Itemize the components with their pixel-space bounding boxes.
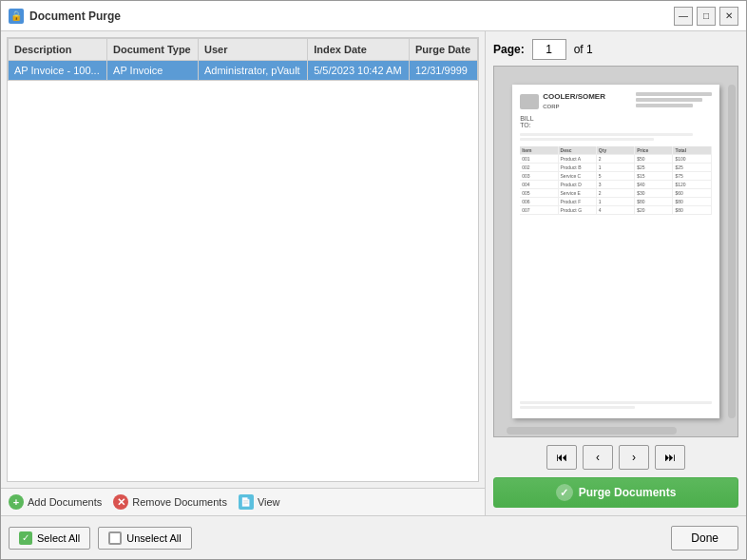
page-input[interactable]: [532, 39, 566, 60]
view-button[interactable]: 📄 View: [239, 494, 280, 510]
preview-horizontal-scrollbar[interactable]: [507, 427, 677, 434]
doc-preview-cell: $60: [673, 189, 711, 197]
unselect-all-icon: [108, 531, 122, 545]
window-title: Document Purge: [29, 10, 121, 23]
left-panel: Description Document Type User Index Dat…: [1, 31, 486, 515]
doc-preview-row: 003Service C5$15$75: [520, 172, 712, 181]
doc-preview-cell: $25: [635, 164, 673, 171]
remove-documents-button[interactable]: ✕ Remove Documents: [113, 494, 227, 510]
document-preview: COOLER/SOMERCORP BILLTO:: [493, 66, 738, 437]
document-table: Description Document Type User Index Dat…: [8, 38, 478, 81]
doc-preview-row: 001Product A2$50$100: [520, 155, 712, 164]
doc-preview-col3: Qty: [597, 146, 635, 154]
add-icon: +: [9, 494, 24, 510]
doc-address-lines: [520, 131, 712, 143]
main-content: Description Document Type User Index Dat…: [1, 31, 746, 515]
doc-preview-cell: 001: [520, 155, 558, 163]
view-icon: 📄: [239, 494, 254, 510]
add-documents-button[interactable]: + Add Documents: [9, 494, 102, 510]
select-all-icon: ✓: [19, 531, 32, 545]
table-cell-0: AP Invoice - 100...: [9, 61, 107, 81]
doc-info-line-3: [636, 104, 693, 107]
maximize-button[interactable]: □: [697, 7, 716, 26]
document-purge-window: 🔒 Document Purge — □ ✕ Description Docum…: [0, 0, 747, 560]
table-cell-2: Administrator, pVault: [199, 61, 308, 81]
last-page-button[interactable]: ⏭: [655, 445, 685, 470]
doc-preview-cell: 2: [597, 155, 635, 163]
remove-documents-label: Remove Documents: [132, 496, 227, 508]
doc-preview-cell: $120: [673, 181, 711, 188]
doc-preview-cell: 4: [597, 206, 635, 214]
unselect-all-label: Unselect All: [126, 532, 181, 544]
done-button[interactable]: Done: [671, 526, 738, 550]
prev-page-button[interactable]: ‹: [583, 445, 613, 470]
doc-footer-lines: [520, 399, 712, 411]
doc-info-line-1: [636, 92, 712, 96]
doc-preview-cell: 2: [597, 189, 635, 197]
doc-logo: COOLER/SOMERCORP: [520, 92, 605, 110]
col-index-date: Index Date: [308, 39, 410, 61]
table-cell-4: 12/31/9999: [409, 61, 477, 81]
doc-preview-col1: Item: [520, 146, 558, 154]
doc-preview-cell: $75: [673, 172, 711, 180]
doc-preview-cell: 5: [597, 172, 635, 180]
col-document-type: Document Type: [107, 39, 199, 61]
unselect-all-button[interactable]: Unselect All: [98, 527, 191, 550]
doc-info-right: [636, 92, 712, 110]
doc-preview-cell: Product B: [559, 164, 597, 171]
doc-preview-cell: $80: [635, 198, 673, 205]
doc-preview-cell: 007: [520, 206, 558, 214]
doc-preview-cell: Service C: [559, 172, 597, 180]
doc-preview-cell: 003: [520, 172, 558, 180]
doc-table-preview: Item Desc Qty Price Total 001Product A2$…: [520, 146, 712, 396]
doc-preview-cell: $15: [635, 172, 673, 180]
doc-preview-col2: Desc: [559, 146, 597, 154]
table-row[interactable]: AP Invoice - 100...AP InvoiceAdministrat…: [9, 61, 478, 81]
doc-preview-cell: Product D: [559, 181, 597, 188]
select-all-label: Select All: [37, 532, 80, 544]
doc-bill-to: BILLTO:: [520, 115, 712, 128]
doc-preview-cell: $80: [673, 198, 711, 205]
doc-preview-cell: 1: [597, 164, 635, 171]
title-bar-left: 🔒 Document Purge: [9, 9, 121, 24]
table-cell-1: AP Invoice: [107, 61, 199, 81]
page-label: Page:: [493, 43, 525, 56]
col-description: Description: [9, 39, 107, 61]
doc-preview-row: 006Product F1$80$80: [520, 198, 712, 206]
preview-vertical-scrollbar[interactable]: [728, 85, 736, 417]
purge-check-icon: ✓: [556, 484, 573, 501]
bottom-bar: ✓ Select All Unselect All Done: [1, 515, 746, 559]
doc-preview-row: 005Service E2$30$60: [520, 189, 712, 198]
doc-preview-row: 007Product G4$20$80: [520, 206, 712, 215]
title-bar: 🔒 Document Purge — □ ✕: [1, 1, 746, 31]
doc-preview-row: 002Product B1$25$25: [520, 164, 712, 172]
document-table-container[interactable]: Description Document Type User Index Dat…: [7, 37, 479, 482]
doc-preview-cell: 1: [597, 198, 635, 205]
doc-preview-cell: Product A: [559, 155, 597, 163]
page-bar: Page: of 1: [493, 39, 738, 60]
close-button[interactable]: ✕: [719, 7, 738, 26]
doc-info-line-2: [636, 98, 702, 102]
doc-preview-header: Item Desc Qty Price Total: [520, 146, 712, 155]
doc-preview-cell: 002: [520, 164, 558, 171]
next-page-button[interactable]: ›: [619, 445, 649, 470]
doc-preview-cell: $20: [635, 206, 673, 214]
doc-header: COOLER/SOMERCORP: [520, 92, 712, 110]
col-user: User: [199, 39, 308, 61]
doc-preview-cell: $50: [635, 155, 673, 163]
select-all-button[interactable]: ✓ Select All: [9, 527, 90, 550]
doc-preview-cell: Product F: [559, 198, 597, 205]
page-of: of 1: [574, 43, 593, 56]
minimize-button[interactable]: —: [674, 7, 693, 26]
purge-documents-button[interactable]: ✓ Purge Documents: [493, 477, 738, 508]
doc-preview-row: 004Product D3$40$120: [520, 181, 712, 189]
right-panel: Page: of 1 COOLER/SOMERCORP: [486, 31, 746, 515]
doc-company-name: COOLER/SOMERCORP: [543, 92, 605, 110]
doc-preview-cell: $25: [673, 164, 711, 171]
table-header-row: Description Document Type User Index Dat…: [9, 39, 478, 61]
doc-preview-cell: 006: [520, 198, 558, 205]
first-page-button[interactable]: ⏮: [546, 445, 577, 470]
nav-bar: ⏮ ‹ › ⏭: [493, 445, 738, 470]
doc-preview-cell: 3: [597, 181, 635, 188]
doc-preview-col5: Total: [673, 146, 711, 154]
